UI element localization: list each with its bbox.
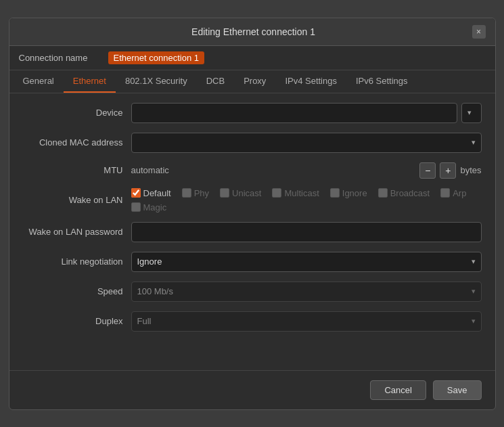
tab-general[interactable]: General: [14, 70, 64, 93]
wake-on-lan-row: Wake on LAN Default Phy Unicast: [23, 188, 482, 212]
device-control: ▾: [131, 103, 482, 123]
link-negotiation-label: Link negotiation: [23, 256, 131, 267]
mtu-plus-button[interactable]: +: [440, 162, 456, 179]
mtu-bytes-label: bytes: [460, 165, 481, 175]
wake-phy-checkbox[interactable]: [182, 188, 191, 198]
link-negotiation-dropdown[interactable]: Ignore ▾: [131, 252, 482, 272]
dialog-title: Editing Ethernet connection 1: [35, 26, 472, 37]
tab-ethernet[interactable]: Ethernet: [64, 70, 116, 93]
wake-broadcast-label: Broadcast: [390, 188, 430, 198]
connection-name-value[interactable]: Ethernet connection 1: [108, 51, 204, 64]
wake-magic-checkbox[interactable]: [131, 202, 141, 212]
speed-row: Speed 100 Mb/s ▾: [23, 282, 482, 302]
wake-arp-label: Arp: [453, 188, 466, 198]
wake-broadcast-option[interactable]: Broadcast: [378, 188, 430, 198]
duplex-control: Full ▾: [131, 311, 482, 332]
mtu-control: automatic − + bytes: [131, 162, 482, 179]
cloned-mac-control: ▾: [131, 133, 482, 153]
wake-ignore-checkbox[interactable]: [330, 188, 340, 198]
tab-content: Device ▾ Cloned MAC address ▾ MTU aut: [9, 93, 495, 370]
wake-ignore-option[interactable]: Ignore: [330, 188, 367, 198]
mtu-row: MTU automatic − + bytes: [23, 162, 482, 179]
device-input[interactable]: [131, 103, 457, 123]
cloned-mac-dropdown[interactable]: ▾: [131, 133, 482, 153]
edit-connection-dialog: Editing Ethernet connection 1 × Connecti…: [9, 18, 496, 410]
wake-phy-option[interactable]: Phy: [182, 188, 209, 198]
wake-on-lan-password-input[interactable]: [131, 222, 482, 242]
device-label: Device: [23, 108, 131, 118]
wake-on-lan-password-row: Wake on LAN password: [23, 222, 482, 242]
wake-multicast-checkbox[interactable]: [272, 188, 281, 198]
speed-control: 100 Mb/s ▾: [131, 282, 482, 302]
duplex-label: Duplex: [23, 316, 131, 326]
link-negotiation-chevron-icon: ▾: [472, 257, 476, 266]
tab-ipv6-settings[interactable]: IPv6 Settings: [346, 70, 417, 93]
speed-dropdown[interactable]: 100 Mb/s ▾: [131, 282, 482, 302]
wake-on-lan-password-label: Wake on LAN password: [23, 227, 131, 237]
wake-arp-checkbox[interactable]: [440, 188, 450, 198]
connection-name-label: Connection name: [19, 53, 100, 63]
wake-on-lan-control: Default Phy Unicast Multicast: [131, 188, 482, 212]
wake-default-checkbox[interactable]: [131, 188, 141, 198]
cloned-mac-chevron-icon: ▾: [472, 138, 476, 147]
wake-on-lan-label: Wake on LAN: [23, 195, 131, 205]
wake-arp-option[interactable]: Arp: [440, 188, 466, 198]
cloned-mac-label: Cloned MAC address: [23, 137, 131, 148]
close-button[interactable]: ×: [472, 25, 486, 39]
wake-magic-option[interactable]: Magic: [131, 202, 167, 212]
wake-unicast-label: Unicast: [232, 188, 261, 198]
wake-unicast-checkbox[interactable]: [220, 188, 229, 198]
wake-on-lan-password-control: [131, 222, 482, 242]
cancel-button[interactable]: Cancel: [370, 380, 426, 400]
wake-default-option[interactable]: Default: [131, 188, 171, 198]
connection-name-row: Connection name Ethernet connection 1: [9, 46, 495, 70]
wake-unicast-option[interactable]: Unicast: [220, 188, 261, 198]
mtu-label: MTU: [23, 165, 131, 175]
device-row: Device ▾: [23, 103, 482, 123]
link-negotiation-control: Ignore ▾: [131, 252, 482, 272]
mtu-value: automatic: [131, 165, 416, 175]
duplex-dropdown[interactable]: Full ▾: [131, 311, 482, 332]
save-button[interactable]: Save: [433, 380, 482, 400]
wake-multicast-option[interactable]: Multicast: [272, 188, 319, 198]
duplex-value: Full: [137, 316, 152, 326]
cloned-mac-row: Cloned MAC address ▾: [23, 133, 482, 153]
duplex-row: Duplex Full ▾: [23, 311, 482, 332]
tab-802-1x-security[interactable]: 802.1X Security: [116, 70, 197, 93]
duplex-chevron-icon: ▾: [472, 317, 476, 325]
link-negotiation-value: Ignore: [137, 256, 162, 267]
device-chevron-icon: ▾: [467, 108, 472, 117]
wake-magic-label: Magic: [143, 202, 167, 212]
wake-default-label: Default: [143, 188, 171, 198]
wake-on-lan-options: Default Phy Unicast Multicast: [131, 188, 482, 212]
wake-phy-label: Phy: [194, 188, 209, 198]
wake-multicast-label: Multicast: [284, 188, 319, 198]
tab-dcb[interactable]: DCB: [197, 70, 234, 93]
mtu-minus-button[interactable]: −: [419, 162, 436, 179]
speed-chevron-icon: ▾: [472, 287, 476, 296]
tabs-bar: General Ethernet 802.1X Security DCB Pro…: [9, 70, 495, 93]
speed-value: 100 Mb/s: [137, 286, 173, 296]
link-negotiation-row: Link negotiation Ignore ▾: [23, 252, 482, 272]
titlebar: Editing Ethernet connection 1 ×: [9, 18, 495, 46]
wake-broadcast-checkbox[interactable]: [378, 188, 388, 198]
device-dropdown-btn[interactable]: ▾: [461, 103, 482, 123]
tab-ipv4-settings[interactable]: IPv4 Settings: [275, 70, 346, 93]
dialog-footer: Cancel Save: [9, 370, 495, 409]
wake-ignore-label: Ignore: [342, 188, 367, 198]
speed-label: Speed: [23, 286, 131, 296]
tab-proxy[interactable]: Proxy: [234, 70, 275, 93]
